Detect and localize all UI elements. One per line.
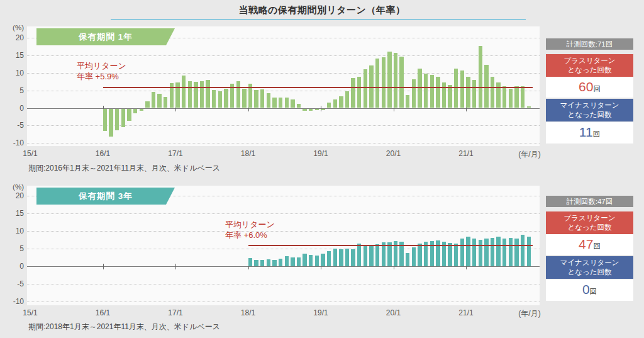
return-bar: [224, 89, 228, 108]
return-bar: [418, 244, 421, 266]
gridline: [27, 284, 540, 284]
return-bar: [291, 99, 294, 108]
y-axis-tick-label: -10: [0, 138, 24, 147]
average-return-label-1y-line1: 平均リターン: [77, 61, 126, 72]
y-axis-tick-label: 20: [0, 33, 24, 42]
banner-holding-3y: 保有期間 3年: [36, 188, 175, 205]
return-bar: [188, 81, 192, 108]
return-bar: [236, 81, 240, 108]
y-axis-unit-label: (%): [0, 183, 24, 191]
plus-return-header-3y: プラスリターン となった回数: [546, 211, 633, 234]
return-bar: [375, 59, 379, 108]
return-bar: [514, 86, 518, 108]
return-bar: [479, 240, 482, 266]
return-bar: [509, 238, 513, 266]
return-bar: [212, 90, 216, 108]
return-bar: [387, 52, 391, 108]
y-axis-tick-label: 10: [0, 69, 24, 77]
return-bar: [248, 258, 252, 266]
x-axis-tick-label: 15/1: [11, 149, 49, 158]
y-axis-tick-label: 15: [0, 209, 24, 218]
return-bar: [115, 109, 119, 130]
y-axis-tick-label: -5: [0, 279, 24, 288]
return-bar: [206, 80, 209, 108]
return-bar: [218, 91, 222, 108]
average-return-label-1y: 平均リターン 年率 +5.9%: [77, 61, 126, 82]
plus-return-count-1y: 60回: [546, 77, 633, 98]
x-axis-tick-mark: [103, 264, 104, 269]
gridline: [27, 301, 540, 302]
plus-return-count-unit-3y: 回: [593, 242, 601, 250]
measurement-count-header-3y: 計測回数:47回: [546, 196, 633, 207]
return-by-holding-period-figure: 当戦略の保有期間別リターン（年率） 保有期間 1年 平均リターン 年率 +5.9…: [0, 0, 644, 338]
return-bar: [333, 99, 337, 108]
return-bar: [412, 247, 416, 266]
y-axis-unit-label: (%): [0, 24, 24, 31]
return-bar: [448, 243, 452, 266]
average-return-label-1y-line2: 年率 +5.9%: [77, 72, 126, 82]
return-bar: [339, 96, 343, 108]
y-axis-tick-label: 5: [0, 244, 24, 253]
return-bar: [364, 69, 367, 108]
x-axis-tick-label: 16/1: [84, 149, 122, 158]
return-bar: [369, 246, 373, 266]
return-bar: [364, 246, 367, 266]
plus-return-count-3y: 47回: [546, 234, 633, 255]
return-bar: [436, 77, 440, 108]
x-axis-tick-label: 21/1: [447, 308, 485, 317]
return-bar: [339, 249, 343, 266]
return-bar: [127, 109, 131, 121]
return-bar: [527, 237, 531, 266]
x-axis-unit-label: (年/月): [504, 308, 555, 319]
return-bar: [194, 82, 197, 108]
return-bar: [321, 109, 325, 111]
return-bar: [260, 89, 264, 108]
x-axis-tick-label: 18/1: [230, 308, 267, 317]
return-bar: [164, 97, 167, 108]
return-bar: [321, 254, 325, 266]
gridline: [27, 213, 540, 214]
return-bar: [285, 98, 289, 108]
page-title: 当戦略の保有期間別リターン（年率）: [0, 4, 644, 16]
return-bar: [521, 235, 525, 266]
plus-return-header-1y: プラスリターン となった回数: [546, 54, 633, 77]
plus-return-count-value-1y: 60: [579, 79, 593, 94]
return-bar: [527, 106, 531, 108]
return-bar: [466, 237, 470, 266]
gridline: [27, 55, 540, 56]
return-bar: [454, 69, 458, 108]
return-bar: [460, 239, 464, 266]
zero-axis-line: [27, 266, 540, 267]
return-bar: [448, 85, 452, 108]
return-bar: [351, 249, 355, 266]
return-bar: [460, 70, 464, 108]
minus-return-header-3y-line1: マイナスリターン: [546, 258, 633, 268]
plus-return-count-unit-1y: 回: [593, 85, 601, 93]
return-bar: [399, 57, 403, 108]
return-bar: [327, 103, 331, 108]
average-return-label-3y-line1: 平均リターン: [225, 220, 275, 230]
plus-return-header-1y-line1: プラスリターン: [546, 56, 633, 65]
return-bar: [121, 109, 125, 127]
return-bar: [418, 69, 421, 108]
return-bar: [279, 259, 282, 266]
minus-return-count-1y: 11回: [546, 122, 633, 144]
return-bar: [345, 91, 349, 108]
x-axis-unit-label: (年/月): [504, 149, 555, 160]
return-bar: [472, 80, 476, 108]
return-bar: [345, 249, 349, 266]
return-bar: [297, 104, 301, 108]
return-bar: [267, 93, 270, 108]
minus-return-header-3y-line2: となった回数: [546, 268, 633, 277]
return-bar: [496, 237, 500, 266]
return-bar: [279, 98, 282, 108]
return-bar: [327, 251, 331, 266]
return-bar: [182, 76, 186, 108]
return-bar: [479, 46, 482, 108]
return-bar: [484, 239, 488, 266]
return-bar: [309, 109, 313, 111]
x-axis-tick-label: 16/1: [84, 308, 122, 317]
return-bar: [472, 239, 476, 266]
return-bar: [157, 94, 161, 108]
return-bar: [133, 109, 137, 114]
